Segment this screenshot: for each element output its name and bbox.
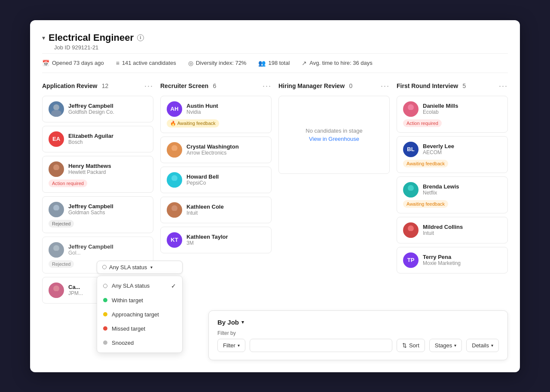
sla-option-snoozed[interactable]: Snoozed	[97, 336, 182, 350]
candidate-card[interactable]: Jeffrey Campbell Goldman Sachs Rejected	[42, 196, 153, 233]
sla-option-any[interactable]: Any SLA status ✓	[97, 279, 182, 293]
candidate-card[interactable]: Mildred Collins Intuit	[397, 217, 508, 243]
svg-point-6	[53, 245, 59, 251]
svg-point-12	[171, 175, 177, 181]
filter-by-label: Filter by	[217, 330, 499, 336]
sla-trigger-label: Any SLA status	[109, 264, 147, 270]
candidate-info: Jeffrey Campbell Goldfish Design Co.	[68, 103, 147, 115]
candidate-company: Intuit	[186, 210, 265, 216]
candidate-info: Crystal Washington Arrow Electronics	[186, 143, 265, 156]
column-header-application-review: Application Review 12 ···	[42, 82, 153, 91]
candidate-name: Austin Hunt	[186, 103, 265, 109]
candidate-card[interactable]: EA Elizabeth Aguilar Bosch	[42, 126, 153, 152]
avatar	[403, 222, 419, 238]
sla-chevron-icon: ▾	[150, 265, 153, 270]
sla-option-missed-target[interactable]: Missed target	[97, 322, 182, 336]
column-menu-application-review[interactable]: ···	[144, 82, 153, 91]
svg-point-3	[51, 170, 61, 177]
filter-label-text: Filter	[223, 342, 235, 349]
column-count-first-round-interview: 5	[463, 82, 466, 89]
awaiting-feedback-badge: 🔥 Awaiting feedback	[167, 119, 219, 128]
main-card: ▾ Electrical Engineer ℹ Job ID 929121-21…	[30, 20, 520, 372]
svg-point-21	[406, 231, 416, 238]
column-menu-hiring-manager-review[interactable]: ···	[381, 82, 390, 91]
column-title-application-review: Application Review	[42, 82, 97, 89]
empty-stage-card: No candidates in stage View in Greenhous…	[278, 96, 390, 174]
job-header: ▾ Electrical Engineer ℹ Job ID 929121-21	[42, 32, 508, 51]
sla-option-within-target[interactable]: Within target	[97, 293, 182, 307]
candidate-name: Kathleen Taylor	[186, 234, 265, 240]
svg-point-20	[408, 225, 414, 231]
avatar	[49, 283, 64, 298]
candidate-name: Jeffrey Campbell	[68, 203, 147, 210]
avatar	[167, 202, 182, 218]
empty-stage-text: No candidates in stage	[306, 128, 362, 134]
candidate-card[interactable]: Brenda Lewis Netflix Awaiting feedback	[397, 176, 508, 213]
stat-total-text: 198 total	[268, 60, 290, 66]
candidate-info: Elizabeth Aguilar Bosch	[68, 133, 147, 145]
candidate-card[interactable]: Henry Matthews Hewlett Packard Action re…	[42, 156, 153, 193]
candidate-card[interactable]: TP Terry Pena Moxie Marketing	[397, 247, 508, 273]
sla-dot-none	[103, 284, 107, 288]
candidate-card[interactable]: KT Kathleen Taylor 3M	[160, 227, 272, 253]
sla-status-trigger[interactable]: Any SLA status ▾	[97, 261, 183, 274]
avatar	[403, 101, 419, 117]
candidate-company: Arrow Electronics	[186, 150, 265, 156]
candidate-info: Austin Hunt Nvidia	[186, 103, 265, 115]
candidate-card[interactable]: AH Austin Hunt Nvidia 🔥 Awaiting feedbac…	[160, 96, 272, 133]
sla-option-label: Missed target	[112, 325, 145, 332]
filter-input[interactable]	[250, 339, 392, 352]
candidate-name: Mildred Collins	[423, 224, 501, 230]
svg-point-16	[408, 104, 414, 110]
candidate-info: Beverly Lee AECOM	[423, 143, 501, 155]
candidate-card[interactable]: BL Beverly Lee AECOM Awaiting feedback	[397, 136, 508, 173]
candidate-name: Crystal Washington	[186, 143, 265, 150]
column-menu-recruiter-screen[interactable]: ···	[263, 82, 272, 91]
details-chevron-icon: ▾	[491, 343, 493, 348]
candidate-name: Brenda Lewis	[423, 183, 501, 190]
filter-chevron-icon: ▾	[238, 343, 240, 348]
svg-point-9	[51, 291, 61, 298]
filter-button[interactable]: Filter ▾	[217, 339, 245, 352]
column-title-hiring-manager-review: Hiring Manager Review	[278, 82, 345, 89]
avatar	[403, 182, 419, 198]
details-label: Details	[472, 342, 489, 349]
candidate-card[interactable]: Danielle Mills Ecolab Action required	[397, 96, 508, 133]
stages-button[interactable]: Stages ▾	[429, 339, 462, 352]
sla-dot-green	[103, 298, 107, 302]
candidate-company: 3M	[186, 240, 265, 246]
svg-point-8	[53, 286, 59, 292]
candidate-card[interactable]: Kathleen Cole Intuit	[160, 197, 272, 223]
avatar: EA	[49, 131, 64, 147]
sla-dot-gray	[103, 340, 107, 345]
sla-option-label: Snoozed	[112, 340, 134, 346]
candidate-card[interactable]: Howard Bell PepsiCo	[160, 167, 272, 193]
avatar	[49, 101, 64, 117]
candidate-name: Elizabeth Aguilar	[68, 133, 147, 139]
column-menu-first-round-interview[interactable]: ···	[499, 82, 508, 91]
collapse-icon[interactable]: ▾	[42, 34, 45, 41]
action-required-badge: Action required	[403, 119, 442, 127]
filter-row: Filter ▾ ⇅ Sort Stages ▾ Details ▾	[217, 339, 499, 352]
candidate-info: Terry Pena Moxie Marketing	[423, 254, 501, 266]
candidate-card[interactable]: Crystal Washington Arrow Electronics	[160, 137, 272, 163]
candidate-company: Netflix	[423, 190, 501, 196]
svg-point-2	[53, 164, 59, 170]
sort-button[interactable]: ⇅ Sort	[397, 339, 425, 352]
sla-option-approaching-target[interactable]: Approaching target	[97, 307, 182, 322]
svg-point-11	[169, 151, 180, 158]
column-header-recruiter-screen: Recruiter Screen 6 ···	[160, 82, 272, 91]
candidate-company: Moxie Marketing	[423, 260, 501, 266]
stats-bar: 📅 Opened 73 days ago ≡ 141 active candid…	[42, 53, 508, 73]
trend-icon: ↗	[302, 60, 307, 67]
candidate-company: Nvidia	[186, 109, 265, 115]
calendar-icon: 📅	[42, 60, 49, 67]
view-in-greenhouse-link[interactable]: View in Greenhouse	[309, 136, 359, 142]
candidate-card[interactable]: Jeffrey Campbell Goldfish Design Co.	[42, 96, 153, 122]
details-button[interactable]: Details ▾	[466, 339, 499, 352]
avatar: AH	[167, 101, 182, 117]
sort-icon: ⇅	[402, 342, 407, 349]
candidate-company: Intuit	[423, 230, 501, 236]
stages-label: Stages	[435, 342, 452, 349]
info-icon[interactable]: ℹ	[137, 34, 144, 41]
